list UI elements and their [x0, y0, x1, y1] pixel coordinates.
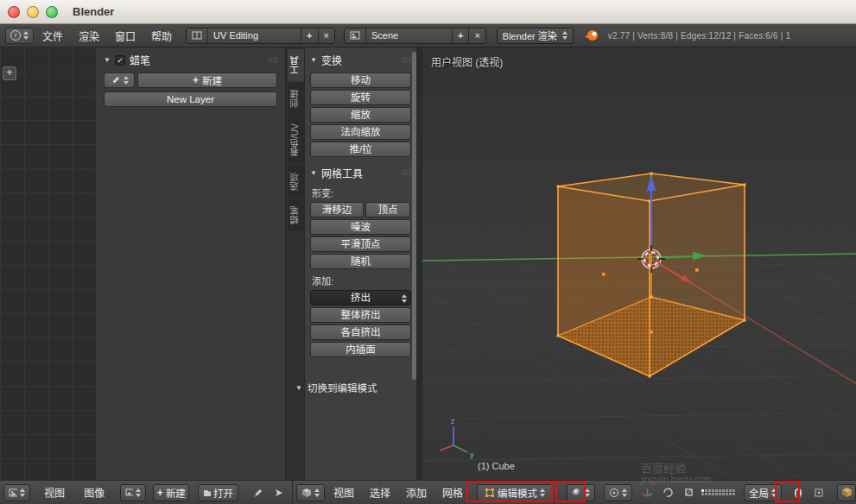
vertex-slide-button[interactable]: 顶点 — [365, 202, 410, 217]
editor-type-button-3dview[interactable] — [296, 484, 325, 501]
shrink-fatten-button[interactable]: 法向缩放 — [310, 124, 411, 140]
mini-z-label: z — [451, 417, 455, 425]
tool-tab-options[interactable]: 选项 — [288, 166, 305, 198]
blender-window: Blender i 文件 渲染 窗口 帮助 UV Editing + × — [0, 0, 856, 504]
translate-button[interactable]: 移动 — [310, 72, 411, 88]
smooth-vertex-button[interactable]: 平滑顶点 — [310, 236, 411, 252]
redo-panel-header[interactable]: ▼ 切换到编辑模式 — [295, 381, 413, 394]
image-paint-button[interactable] — [249, 484, 268, 501]
uv-menu-view[interactable]: 视图 — [37, 482, 72, 502]
maximize-window-button[interactable] — [46, 6, 58, 18]
toolshelf-scrollbar[interactable] — [412, 52, 416, 380]
randomize-button[interactable]: 随机 — [310, 254, 411, 269]
grease-pencil-panel-header[interactable]: ▼ ✓ 蜡笔 ⠿⠿ — [104, 53, 277, 67]
editor-type-button-image[interactable] — [3, 484, 30, 501]
titlebar: Blender — [0, 0, 856, 24]
menu-render[interactable]: 渲染 — [72, 26, 106, 46]
chevron-updown-icon — [540, 488, 545, 497]
mesh-tools-panel-title: 网格工具 — [321, 166, 363, 180]
panel-grip-icon[interactable]: ⠿⠿ — [402, 169, 411, 178]
mini-y-axis — [453, 445, 467, 452]
chevron-updown-icon — [771, 488, 777, 497]
scene-delete-button[interactable]: × — [469, 28, 485, 43]
new-layer-button[interactable]: New Layer — [104, 91, 277, 107]
scale-manipulator-icon — [683, 487, 694, 498]
panel-grip-icon[interactable]: ⠿⠿ — [402, 56, 411, 65]
noise-button[interactable]: 噪波 — [310, 219, 411, 235]
manipulator-rotate-toggle[interactable] — [658, 484, 677, 501]
image-editor-icon — [9, 488, 17, 498]
tool-tab-grease-pencil[interactable]: 蜡笔 — [288, 199, 305, 231]
tool-tab-tools[interactable]: 工具 — [288, 49, 305, 81]
scene-browse-button[interactable] — [345, 28, 366, 43]
pivot-point-dropdown[interactable] — [604, 484, 632, 501]
image-icon — [125, 488, 133, 497]
screen-layout-name[interactable]: UV Editing — [208, 28, 301, 43]
menu-window[interactable]: 窗口 — [108, 26, 143, 46]
tool-tab-create[interactable]: 创建 — [288, 83, 305, 115]
menu-help[interactable]: 帮助 — [144, 26, 179, 46]
scale-button[interactable]: 缩放 — [310, 107, 411, 123]
editor-headers: 视图 图像 + 新建 打开 — [0, 480, 856, 504]
uv-menu-image[interactable]: 图像 — [77, 482, 111, 502]
screen-browse-button[interactable] — [187, 28, 208, 43]
scene-name[interactable]: Scene — [366, 28, 453, 43]
uv-editor-header: 视图 图像 + 新建 打开 — [0, 481, 293, 504]
scene-add-button[interactable]: + — [453, 28, 469, 43]
render-engine-dropdown[interactable]: Blender 渲染 — [497, 28, 574, 44]
region-expand-button[interactable]: + — [3, 66, 16, 80]
menu-file[interactable]: 文件 — [35, 26, 70, 46]
close-window-button[interactable] — [8, 6, 20, 18]
image-new-button[interactable]: + 新建 — [153, 484, 189, 501]
screen-add-button[interactable]: + — [301, 28, 318, 43]
extrude-individual-button[interactable]: 各自挤出 — [310, 324, 411, 340]
mode-dropdown[interactable]: 编辑模式 — [477, 484, 553, 501]
v3d-menu-mesh[interactable]: 网格 — [435, 482, 470, 502]
occlude-geometry-toggle[interactable] — [837, 484, 856, 501]
info-icon: i — [10, 30, 21, 41]
grease-pencil-datablock-button[interactable] — [104, 72, 135, 88]
screen-delete-button[interactable]: × — [319, 28, 334, 43]
uv-toolshelf-region: ▼ ✓ 蜡笔 ⠿⠿ + 新建 New Layer — [95, 47, 285, 480]
add-label: 添加: — [312, 274, 409, 287]
v3d-menu-view[interactable]: 视图 — [327, 482, 361, 502]
magnet-icon — [793, 488, 803, 498]
pencil-icon — [111, 76, 120, 85]
snap-element-dropdown[interactable] — [809, 484, 828, 501]
v3d-menu-add[interactable]: 添加 — [399, 482, 434, 502]
layers-widget[interactable] — [701, 489, 735, 495]
viewport-shading-dropdown[interactable] — [567, 484, 595, 501]
editor-type-button-info[interactable]: i — [5, 28, 34, 44]
panel-grip-icon[interactable]: ⠿⠿ — [268, 56, 277, 65]
extrude-menu-button[interactable]: 挤出 — [310, 290, 411, 306]
view3d-viewport[interactable]: 用户视图 (透视) (1) Cube z y — [422, 47, 856, 480]
inset-faces-button[interactable]: 内插面 — [310, 342, 411, 357]
workspace: + ▼ ✓ 蜡笔 ⠿⠿ + 新建 — [0, 47, 856, 480]
image-open-button[interactable]: 打开 — [198, 484, 238, 501]
tool-tab-shading-uv[interactable]: 着色/UV — [288, 117, 305, 164]
info-header: i 文件 渲染 窗口 帮助 UV Editing + × — [0, 24, 856, 47]
image-browse-dropdown[interactable] — [120, 484, 146, 501]
manipulator-translate-toggle[interactable] — [637, 484, 656, 501]
scene-selector: Scene + × — [344, 28, 486, 44]
grease-pencil-new-button[interactable]: + 新建 — [137, 72, 277, 88]
chevron-updown-icon — [314, 488, 320, 497]
edge-slide-button[interactable]: 滑移边 — [310, 202, 364, 217]
push-pull-button[interactable]: 推/拉 — [310, 142, 411, 157]
checkbox-icon[interactable]: ✓ — [115, 55, 125, 66]
manipulator-scale-toggle[interactable] — [679, 484, 698, 501]
transform-orientation-dropdown[interactable]: 全局 — [744, 484, 782, 501]
snap-toggle[interactable] — [789, 484, 808, 501]
transform-panel-header[interactable]: ▼ 变换 ⠿⠿ — [310, 53, 411, 67]
viewport-view-label: 用户视图 (透视) — [431, 54, 503, 69]
deform-label: 形变: — [312, 186, 409, 199]
panel-collapse-icon: ▼ — [310, 169, 317, 177]
rotate-manipulator-icon — [663, 487, 674, 498]
extrude-region-button[interactable]: 整体挤出 — [310, 307, 411, 323]
v3d-menu-select[interactable]: 选择 — [363, 482, 397, 502]
minimize-window-button[interactable] — [27, 6, 39, 18]
image-pin-button[interactable] — [269, 484, 289, 501]
folder-icon — [203, 488, 211, 497]
mesh-tools-panel-header[interactable]: ▼ 网格工具 ⠿⠿ — [310, 166, 411, 180]
rotate-button[interactable]: 旋转 — [310, 90, 411, 105]
